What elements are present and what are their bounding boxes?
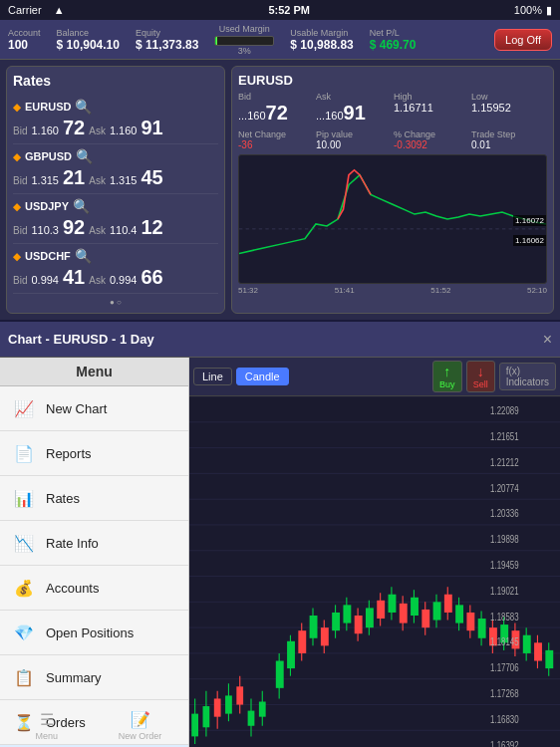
svg-rect-32 [259, 701, 266, 716]
search-icon-eurusd[interactable]: 🔍 [75, 99, 92, 115]
bid-big: 72 [266, 102, 288, 124]
menu-header: Menu [0, 358, 188, 386]
rate-label-eurusd: EURUSD [25, 101, 71, 113]
svg-rect-52 [377, 601, 385, 619]
usable-margin-item: Usable Margin $ 10,988.83 [290, 28, 353, 52]
rate-row-usdchf[interactable]: ◆ USDCHF 🔍 Bid 0.994 41 Ask 0.994 66 [13, 244, 218, 294]
status-left: Carrier ▲ [8, 4, 65, 16]
svg-rect-58 [411, 598, 419, 616]
svg-text:1.20336: 1.20336 [490, 508, 518, 519]
search-icon-gbpusd[interactable]: 🔍 [76, 148, 93, 164]
svg-rect-30 [248, 711, 255, 726]
indicators-label: Indicators [506, 376, 549, 387]
diamond-icon-eurusd: ◆ [13, 102, 21, 113]
diamond-icon-usdjpy: ◆ [13, 201, 21, 212]
diamond-icon-usdchf: ◆ [13, 251, 21, 262]
svg-text:1.22089: 1.22089 [490, 405, 518, 416]
time-label-4: 52:10 [527, 286, 547, 295]
rate-label-gbpusd: GBPUSD [25, 150, 72, 162]
low-value: 1.15952 [471, 102, 547, 114]
used-margin-value: 3% [238, 46, 251, 56]
close-icon[interactable]: × [543, 331, 552, 349]
sell-button[interactable]: ↓ Sell [466, 361, 495, 392]
nav-menu[interactable]: ☰ Menu [0, 710, 94, 741]
svg-rect-66 [455, 605, 463, 622]
svg-rect-82 [545, 650, 553, 668]
svg-text:1.18583: 1.18583 [490, 611, 518, 622]
reports-icon: 📄 [10, 439, 38, 467]
svg-text:1.17268: 1.17268 [490, 688, 518, 699]
candle-mode-button[interactable]: Candle [236, 368, 289, 385]
chart-canvas-area: Line Candle ↑ Buy ↓ Sell f(x) Indicators [189, 358, 560, 747]
account-value: 100 [8, 38, 41, 52]
svg-rect-20 [191, 714, 198, 737]
balance-value: $ 10,904.10 [57, 38, 120, 52]
usable-margin-value: $ 10,988.83 [290, 38, 353, 52]
chart-section: Chart - EURUSD - 1 Day × Menu 📈 New Char… [0, 320, 560, 747]
account-label: Account [8, 28, 41, 38]
balance-label: Balance [57, 28, 120, 38]
line-mode-button[interactable]: Line [193, 368, 232, 385]
svg-rect-80 [534, 642, 542, 660]
rate-row-gbpusd[interactable]: ◆ GBPUSD 🔍 Bid 1.315 21 Ask 1.315 45 [13, 144, 218, 194]
rates-title: Rates [13, 73, 218, 89]
eurusd-panel: EURUSD Bid ...160 72 Ask ...160 91 [231, 66, 554, 314]
ask-prefix: ...160 [316, 110, 344, 122]
summary-icon: 📋 [10, 663, 38, 691]
menu-nav-label: Menu [36, 731, 59, 741]
rate-row-eurusd[interactable]: ◆ EURUSD 🔍 Bid 1.160 72 Ask 1.160 91 [13, 95, 218, 144]
svg-rect-62 [433, 602, 441, 620]
open-positions-icon: 💎 [10, 619, 38, 646]
log-off-button[interactable]: Log Off [494, 29, 552, 51]
eurusd-bid-col: Bid ...160 72 [238, 92, 314, 124]
svg-rect-36 [287, 641, 295, 668]
bid-prefix: ...160 [238, 110, 266, 122]
menu-item-reports[interactable]: 📄 Reports [0, 431, 188, 476]
rate-label-usdchf: USDCHF [25, 250, 71, 262]
equity-value: $ 11,373.83 [136, 38, 198, 52]
svg-rect-46 [343, 605, 351, 622]
svg-text:1.17706: 1.17706 [490, 662, 518, 673]
nav-new-order[interactable]: 📝 New Order [94, 710, 187, 741]
equity-label: Equity [136, 28, 198, 38]
menu-item-rates[interactable]: 📊 Rates [0, 476, 188, 521]
search-icon-usdjpy[interactable]: 🔍 [73, 198, 90, 214]
candlestick-chart: 1.22089 1.21651 1.21212 1.20774 1.20336 … [189, 396, 560, 747]
rate-row-usdjpy[interactable]: ◆ USDJPY 🔍 Bid 110.3 92 Ask 110.4 12 [13, 194, 218, 244]
buy-arrow-icon: ↑ [443, 364, 450, 379]
chart-toolbar: Line Candle ↑ Buy ↓ Sell f(x) Indicators [189, 358, 560, 396]
svg-text:1.16392: 1.16392 [490, 739, 518, 747]
menu-item-rate-info[interactable]: 📉 Rate Info [0, 521, 188, 566]
menu-item-new-chart[interactable]: 📈 New Chart [0, 386, 188, 431]
status-time: 5:52 PM [268, 4, 310, 16]
buy-label: Buy [439, 379, 455, 389]
menu-item-accounts[interactable]: 💰 Accounts [0, 566, 188, 611]
ask-label: Ask [316, 92, 392, 102]
svg-rect-56 [400, 604, 408, 623]
svg-rect-60 [421, 610, 429, 627]
eurusd-title: EURUSD [238, 73, 547, 88]
svg-rect-64 [444, 595, 452, 613]
menu-item-summary[interactable]: 📋 Summary [0, 655, 188, 700]
chart-time-labels: 51:32 51:41 51:52 52:10 [238, 286, 547, 295]
ask-big: 91 [344, 102, 366, 124]
net-pl-item: Net P/L $ 469.70 [370, 28, 417, 52]
price-label-1: 1.16072 [513, 215, 546, 226]
menu-item-open-positions[interactable]: 💎 Open Positions [0, 611, 188, 655]
sell-arrow-icon: ↓ [477, 364, 484, 379]
price-label-2: 1.16062 [513, 235, 546, 246]
pip-value-col: Pip value 10.00 [316, 128, 392, 150]
svg-rect-40 [310, 616, 318, 638]
svg-rect-22 [203, 706, 210, 727]
low-label: Low [471, 92, 547, 102]
buy-button[interactable]: ↑ Buy [432, 361, 462, 392]
eurusd-mini-chart: 1.16072 1.16062 [238, 154, 547, 284]
bid-label: Bid [238, 92, 314, 102]
dot-indicator: ● ○ [13, 298, 218, 307]
rates-icon: 📊 [10, 484, 38, 512]
menu-label-reports: Reports [46, 446, 92, 461]
accounts-icon: 💰 [10, 574, 38, 602]
indicators-button[interactable]: f(x) Indicators [499, 363, 556, 390]
search-icon-usdchf[interactable]: 🔍 [75, 248, 92, 264]
menu-label-summary: Summary [46, 670, 102, 685]
